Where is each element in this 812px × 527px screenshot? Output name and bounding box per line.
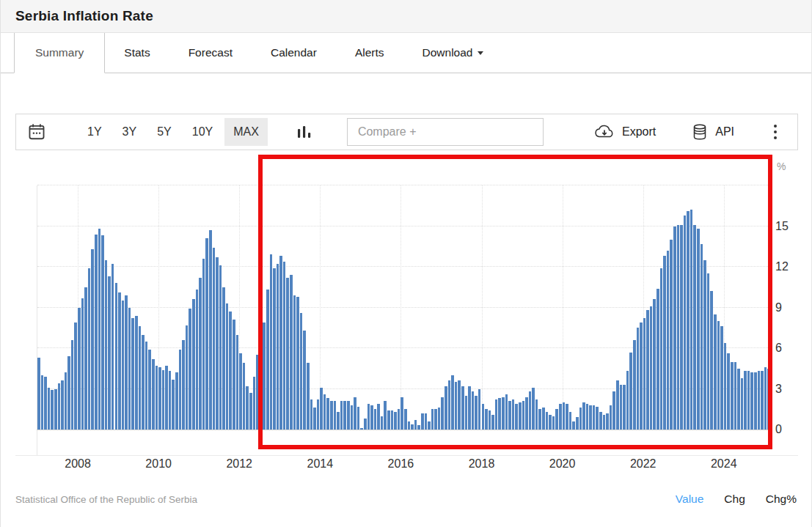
chart-bar[interactable] (508, 401, 511, 430)
chart-bar[interactable] (589, 405, 592, 430)
chart-bar[interactable] (394, 412, 397, 430)
chart-bar[interactable] (98, 229, 101, 430)
chart-bar[interactable] (693, 225, 696, 430)
chart-bar[interactable] (128, 308, 131, 430)
chart-bar[interactable] (542, 408, 545, 430)
chart-bar[interactable] (219, 265, 222, 430)
chart-bar[interactable] (44, 377, 47, 430)
chart-bar[interactable] (354, 397, 356, 430)
chart-bar[interactable] (623, 385, 626, 430)
chart-bar[interactable] (236, 335, 239, 430)
chart-bar[interactable] (448, 380, 451, 430)
chart-bar[interactable] (266, 290, 269, 430)
chart-bar[interactable] (229, 312, 232, 430)
chart-bar[interactable] (640, 323, 643, 430)
chart-bar[interactable] (758, 371, 761, 430)
chart-bar[interactable] (529, 391, 532, 430)
chart-bar[interactable] (337, 412, 340, 430)
range-10y[interactable]: 10Y (183, 118, 222, 146)
chart-bar[interactable] (54, 389, 57, 430)
chart-bar[interactable] (458, 380, 461, 430)
chart-bar[interactable] (519, 402, 522, 430)
chart-bar[interactable] (461, 386, 464, 430)
chart-bar[interactable] (525, 397, 528, 430)
chart-bar[interactable] (555, 409, 558, 430)
chart-bar[interactable] (105, 260, 108, 430)
chart-bar[interactable] (603, 415, 606, 430)
chart-bar[interactable] (296, 297, 299, 430)
chart-bar[interactable] (313, 408, 316, 430)
chart-bar[interactable] (374, 409, 377, 430)
chart-bar[interactable] (71, 340, 74, 430)
chart-bar[interactable] (400, 397, 403, 430)
chart-bar[interactable] (179, 350, 182, 430)
chart-bar[interactable] (377, 404, 380, 430)
chart-bar[interactable] (65, 372, 67, 430)
chart-bar[interactable] (677, 225, 680, 430)
chart-bar[interactable] (414, 420, 417, 430)
chart-bar[interactable] (491, 415, 494, 430)
chart-bar[interactable] (478, 389, 481, 430)
chart-bar[interactable] (673, 226, 676, 430)
chart-bar[interactable] (656, 289, 659, 430)
chart-bar[interactable] (367, 404, 370, 430)
chart-bar[interactable] (189, 309, 191, 430)
calendar-button[interactable] (27, 122, 46, 141)
chart-bar[interactable] (737, 369, 740, 430)
chart-bar[interactable] (438, 408, 441, 430)
chart-bar[interactable] (566, 404, 568, 430)
chart-bar[interactable] (660, 268, 663, 430)
chart-bar[interactable] (196, 290, 199, 430)
chart-bar[interactable] (616, 380, 619, 430)
chart-bar[interactable] (84, 287, 87, 430)
chart-bar[interactable] (445, 386, 447, 430)
tab-download[interactable]: Download (403, 33, 503, 73)
chart-bar[interactable] (663, 256, 666, 430)
chart-bar[interactable] (277, 264, 279, 430)
chart-bar[interactable] (593, 405, 596, 430)
chart-bar[interactable] (300, 313, 303, 430)
chart-bar[interactable] (326, 398, 329, 430)
chart-bar[interactable] (546, 412, 549, 430)
chart-bar[interactable] (122, 301, 125, 430)
chart-bar[interactable] (381, 416, 384, 430)
chart-bar[interactable] (764, 367, 767, 430)
chart-bar[interactable] (391, 410, 394, 430)
chart-bar[interactable] (441, 397, 444, 430)
chart-bar[interactable] (626, 371, 629, 430)
chart-bar[interactable] (599, 412, 602, 430)
chart-bar[interactable] (398, 409, 400, 430)
chart-bar[interactable] (582, 402, 585, 430)
chart-bar[interactable] (428, 421, 431, 430)
chart-bar[interactable] (522, 401, 525, 430)
chart-bar[interactable] (209, 230, 212, 430)
footer-link-value[interactable]: Value (676, 493, 704, 506)
chart-bar[interactable] (734, 362, 737, 430)
chart-bar[interactable] (717, 321, 720, 430)
chart-bar[interactable] (468, 386, 471, 430)
chart-bar[interactable] (118, 292, 121, 430)
chart-bar[interactable] (421, 413, 424, 430)
chart-bar[interactable] (347, 401, 350, 430)
chart-bar[interactable] (747, 371, 750, 430)
tab-summary[interactable]: Summary (14, 33, 105, 73)
tab-stats[interactable]: Stats (105, 33, 169, 73)
chart-bar[interactable] (169, 371, 172, 430)
chart-bar[interactable] (233, 320, 235, 430)
chart-bar[interactable] (549, 415, 552, 430)
chart-bar[interactable] (576, 417, 579, 430)
chart-bar[interactable] (512, 399, 515, 430)
chart-bar[interactable] (620, 385, 623, 430)
chart-bar[interactable] (199, 278, 202, 430)
chart-bar[interactable] (186, 325, 189, 430)
range-1y[interactable]: 1Y (78, 118, 111, 146)
chart-bar[interactable] (256, 355, 259, 430)
chart-bar[interactable] (148, 350, 151, 430)
chart-bar[interactable] (741, 378, 744, 430)
chart-bar[interactable] (606, 413, 609, 430)
chart-bar[interactable] (162, 370, 165, 430)
chart-bar[interactable] (58, 383, 61, 430)
chart-bar[interactable] (286, 278, 289, 430)
chart-bar[interactable] (586, 404, 589, 430)
chart-bar[interactable] (538, 409, 541, 430)
